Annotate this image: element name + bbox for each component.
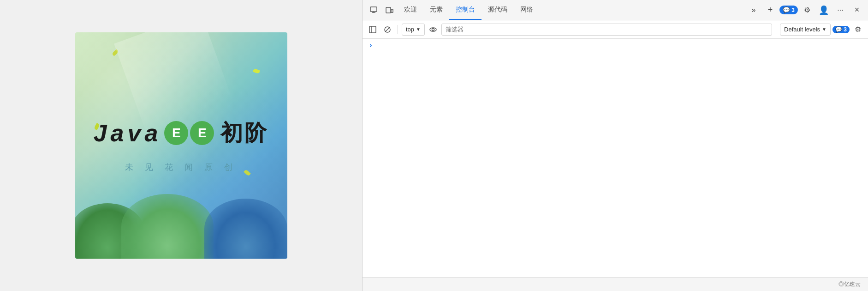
block-icon <box>384 26 391 33</box>
toolbar-divider-1 <box>398 25 398 34</box>
close-icon: × <box>855 5 860 15</box>
more-icon: ··· <box>837 6 843 14</box>
console-content-area: › <box>363 39 868 277</box>
inspect-icon <box>369 6 378 14</box>
cover-ee2-badge: E <box>190 121 214 145</box>
settings-icon: ⚙ <box>804 6 810 14</box>
cover-title-row: Java E E 初阶 <box>94 118 269 148</box>
more-menu-btn[interactable]: ··· <box>833 3 848 18</box>
tab-welcome[interactable]: 欢迎 <box>398 0 423 20</box>
sidebar-toggle-btn[interactable] <box>366 23 379 36</box>
device-toolbar-btn[interactable] <box>382 3 397 18</box>
devtools-tabs: 欢迎 元素 控制台 源代码 网络 <box>398 0 745 20</box>
eye-icon <box>429 26 437 33</box>
profile-icon: 👤 <box>819 5 829 15</box>
profile-btn[interactable]: 👤 <box>816 3 831 18</box>
sidebar-icon <box>369 26 376 33</box>
bottom-bar: ◎亿速云 <box>363 277 868 291</box>
settings-btn[interactable]: ⚙ <box>800 3 814 18</box>
foliage-decoration <box>75 185 287 259</box>
svg-rect-5 <box>369 26 376 33</box>
tab-elements[interactable]: 元素 <box>423 0 449 20</box>
foliage-bush-center <box>121 194 214 259</box>
console-settings-btn[interactable]: ⚙ <box>851 23 864 36</box>
brand-logo: ◎亿速云 <box>838 280 861 288</box>
error-count-badge: 💬 3 <box>779 6 798 14</box>
console-settings-icon: ⚙ <box>855 25 861 34</box>
add-tab-btn[interactable]: + <box>763 3 778 18</box>
leaf-decoration <box>244 169 251 176</box>
device-icon <box>385 6 393 14</box>
filter-input[interactable] <box>441 24 772 36</box>
cover-ee1-badge: E <box>164 121 188 145</box>
clear-console-btn[interactable] <box>381 23 394 36</box>
context-selector[interactable]: top ▼ <box>402 24 425 36</box>
cover-chinese-text: 初阶 <box>220 118 268 148</box>
svg-line-8 <box>385 27 390 32</box>
close-devtools-btn[interactable]: × <box>850 3 864 18</box>
toolbar-divider-2 <box>776 25 776 34</box>
log-levels-label: Default levels <box>784 26 820 33</box>
log-levels-dropdown[interactable]: Default levels ▼ <box>780 24 831 36</box>
add-icon: + <box>768 5 773 15</box>
context-dropdown-chevron: ▼ <box>416 27 421 32</box>
tab-console[interactable]: 控制台 <box>449 0 482 20</box>
console-chevron[interactable]: › <box>366 41 375 50</box>
context-label: top <box>406 26 414 33</box>
topbar-right-controls: » + 💬 3 ⚙ 👤 ··· × <box>746 3 864 18</box>
eye-icon-btn[interactable] <box>427 23 440 36</box>
inspect-icon-btn[interactable] <box>366 3 381 18</box>
cover-image: Java E E 初阶 未 见 花 闻 原 创 <box>75 32 287 259</box>
devtools-console-toolbar: top ▼ Default levels ▼ 💬 3 ⚙ <box>363 20 868 39</box>
leaf-decoration <box>112 49 119 56</box>
cover-java-text: Java <box>94 119 162 147</box>
more-tabs-btn[interactable]: » <box>746 3 761 18</box>
svg-rect-3 <box>386 7 391 13</box>
tab-network[interactable]: 网络 <box>514 0 540 20</box>
foliage-bush-right <box>204 199 287 259</box>
cover-subtitle: 未 见 花 闻 原 创 <box>125 162 237 173</box>
tab-sources[interactable]: 源代码 <box>482 0 514 20</box>
devtools-topbar: 欢迎 元素 控制台 源代码 网络 » + 💬 3 ⚙ 👤 <box>363 0 868 20</box>
cover-ee-badges: E E <box>164 121 214 145</box>
leaf-decoration <box>253 68 260 74</box>
left-panel: Java E E 初阶 未 见 花 闻 原 创 <box>0 0 362 291</box>
svg-rect-4 <box>391 9 393 12</box>
svg-rect-0 <box>370 7 377 12</box>
devtools-panel: 欢迎 元素 控制台 源代码 网络 » + 💬 3 ⚙ 👤 <box>362 0 868 291</box>
toolbar-error-badge: 💬 3 <box>832 26 850 33</box>
svg-point-10 <box>432 28 434 30</box>
log-levels-chevron: ▼ <box>822 27 826 32</box>
more-tabs-icon: » <box>752 6 756 14</box>
